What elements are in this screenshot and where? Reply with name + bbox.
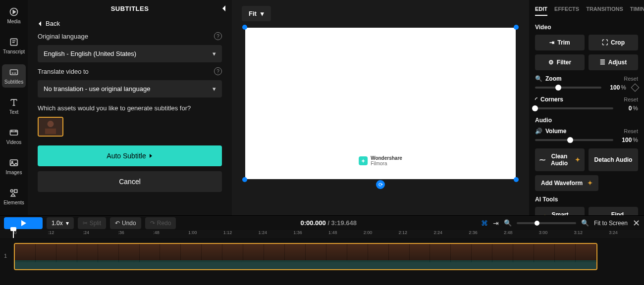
tab-transitions[interactable]: TRANSITIONS — [586, 6, 623, 16]
subtitles-icon — [9, 67, 19, 77]
auto-subtitle-button[interactable]: Auto Subtitle — [38, 145, 222, 166]
playhead[interactable] — [13, 230, 14, 238]
sidebar-item-images[interactable]: Images — [2, 155, 26, 178]
sidebar-item-media[interactable]: Media — [2, 4, 26, 27]
help-icon[interactable]: ? — [214, 67, 222, 75]
auto-subtitle-label: Auto Subtitle — [107, 152, 146, 160]
ruler-tick: 1:00 — [188, 230, 223, 238]
keyframe-icon[interactable] — [631, 84, 640, 92]
sidebar-item-label: Text — [9, 109, 18, 115]
sidebar-item-label: Elements — [3, 200, 24, 205]
ruler-tick: 3:00 — [539, 230, 574, 238]
magnet-icon[interactable]: ⌘ — [481, 219, 488, 227]
trim-button[interactable]: ⇥Trim — [535, 35, 585, 50]
sidebar-item-elements[interactable]: Elements — [2, 185, 26, 208]
ruler-tick: 2:12 — [399, 230, 434, 238]
sidebar-item-label: Videos — [6, 140, 21, 145]
corners-label: ◜Corners — [535, 96, 563, 103]
help-icon[interactable]: ? — [214, 32, 222, 40]
corners-icon: ◜ — [535, 96, 537, 103]
sidebar-item-transcript[interactable]: Transcript — [2, 34, 26, 57]
tab-edit[interactable]: EDIT — [535, 6, 547, 16]
adjust-icon: ☰ — [600, 59, 605, 66]
clean-audio-button[interactable]: ⁓Clean Audio✦ — [535, 148, 585, 171]
resize-handle[interactable] — [514, 177, 519, 182]
zoom-icon: 🔍 — [535, 75, 542, 82]
zoom-in-icon[interactable]: 🔍 — [581, 219, 589, 227]
fit-screen-button[interactable]: Fit to Screen — [594, 220, 628, 227]
preview-canvas[interactable]: ✦ Wondershare Filmora — [245, 28, 516, 179]
find-scenes-button[interactable]: ▭Find Scenes — [589, 207, 638, 215]
duration: 3:19.648 — [331, 219, 357, 227]
play-button[interactable] — [4, 217, 43, 229]
subtitle-panel: SUBTITLES Back Original language ? Engli… — [28, 0, 232, 215]
detach-audio-button[interactable]: Detach Audio — [589, 148, 638, 171]
filter-button[interactable]: ⚙Filter — [535, 54, 585, 70]
trim-icon: ⇥ — [549, 39, 554, 46]
resize-handle[interactable] — [514, 25, 519, 30]
orig-lang-value: English - English (United States) — [44, 50, 136, 57]
panel-header: SUBTITLES — [28, 0, 232, 17]
smart-cut-button[interactable]: ⚡Smart Cut✦ — [535, 207, 585, 215]
close-icon[interactable]: ✕ — [633, 218, 640, 229]
add-waveform-button[interactable]: Add Waveform✦ — [535, 175, 598, 191]
right-tabs: EDIT EFFECTS TRANSITIONS TIMING — [535, 0, 638, 19]
canvas-wrapper[interactable]: ✦ Wondershare Filmora ⟳ — [245, 28, 516, 179]
volume-reset[interactable]: Reset — [624, 128, 638, 134]
redo-button[interactable]: ↷Redo — [145, 217, 176, 229]
refresh-icon[interactable]: ⟳ — [376, 180, 385, 189]
scissors-icon: ✂ — [83, 220, 88, 227]
video-clip[interactable] — [14, 243, 597, 270]
corners-slider[interactable] — [535, 107, 613, 109]
asset-thumbnail[interactable] — [38, 117, 63, 137]
svg-rect-7 — [10, 130, 18, 135]
adjust-button[interactable]: ☰Adjust — [589, 54, 638, 70]
chevron-right-icon — [149, 153, 153, 158]
time-ruler[interactable]: :0 :12 :24 :36 :48 1:00 1:12 1:24 1:36 1… — [0, 230, 644, 238]
zoom-slider[interactable] — [535, 87, 601, 89]
ruler-tick: :0 — [13, 230, 48, 238]
svg-rect-17 — [45, 129, 56, 134]
fit-label: Fit — [249, 10, 257, 17]
fit-dropdown[interactable]: Fit ▾ — [242, 6, 271, 21]
undo-button[interactable]: ↶Undo — [110, 217, 141, 229]
back-button[interactable]: Back — [28, 17, 232, 30]
wave-icon: ⁓ — [539, 156, 545, 163]
ruler-tick: 2:00 — [364, 230, 399, 238]
volume-slider[interactable] — [535, 139, 613, 141]
panel-collapse-icon[interactable] — [221, 4, 227, 12]
speed-dropdown[interactable]: 1.0x▾ — [47, 217, 74, 229]
clip-lane[interactable] — [12, 243, 644, 270]
translate-dropdown[interactable]: No translation - use original language ▾ — [38, 80, 222, 97]
original-language-dropdown[interactable]: English - English (United States) ▾ — [38, 45, 222, 62]
timeline-zoom-slider[interactable] — [517, 222, 576, 224]
crop-button[interactable]: ⛶Crop — [589, 35, 638, 50]
ruler-tick: 3:12 — [574, 230, 609, 238]
svg-point-13 — [10, 190, 13, 192]
resize-handle[interactable] — [242, 177, 247, 182]
chevron-left-icon — [38, 21, 43, 27]
zoom-reset[interactable]: Reset — [624, 76, 638, 82]
sidebar-item-label: Media — [7, 19, 20, 24]
chevron-down-icon: ▾ — [213, 85, 216, 93]
right-panel: EDIT EFFECTS TRANSITIONS TIMING Video ⇥T… — [529, 0, 644, 215]
tab-timing[interactable]: TIMING — [630, 6, 644, 16]
sidebar-item-videos[interactable]: Videos — [2, 125, 26, 148]
zoom-out-icon[interactable]: 🔍 — [504, 219, 512, 227]
ruler-tick: :24 — [83, 230, 118, 238]
cancel-button[interactable]: Cancel — [38, 171, 222, 192]
orig-lang-label: Original language — [38, 33, 88, 40]
ruler-tick: 2:48 — [504, 230, 539, 238]
crop-icon: ⛶ — [602, 39, 608, 46]
sidebar-item-subtitles[interactable]: Subtitles — [2, 64, 26, 88]
video-section-label: Video — [535, 24, 638, 31]
sidebar-item-text[interactable]: Text — [2, 95, 26, 118]
split-button[interactable]: ✂Split — [78, 217, 106, 229]
corners-reset[interactable]: Reset — [624, 96, 638, 102]
skip-icon[interactable]: ⇥ — [493, 219, 499, 227]
resize-handle[interactable] — [242, 25, 247, 30]
left-sidebar: Media Transcript Subtitles Text Videos I… — [0, 0, 28, 215]
timeline-tracks: 1 — [0, 238, 644, 285]
media-icon — [9, 7, 19, 17]
tab-effects[interactable]: EFFECTS — [554, 6, 579, 16]
